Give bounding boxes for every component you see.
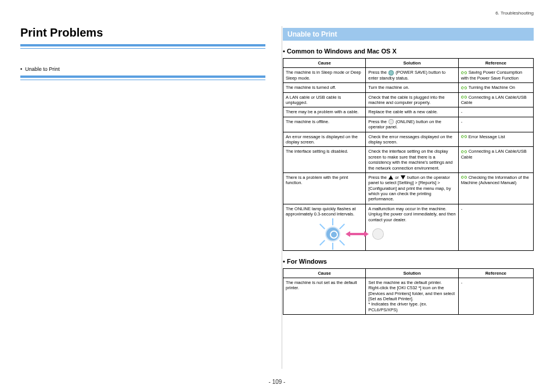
cell-reference: - <box>458 204 533 250</box>
reference-link[interactable]: Checking the Information of the Machine … <box>461 175 529 185</box>
link-icon <box>461 135 467 139</box>
cell-solution: Set the machine as the default printer.R… <box>366 278 458 314</box>
link-icon <box>461 150 467 154</box>
cell-reference: Error Message List <box>458 132 533 147</box>
cell-cause: A LAN cable or USB cable is unplugged. <box>283 92 366 107</box>
table-row: The machine is not set as the default pr… <box>283 278 534 314</box>
table-row: There is a problem with the print functi… <box>283 172 534 204</box>
reference-text: - <box>461 206 463 211</box>
power-button-icon <box>326 228 339 240</box>
cell-solution: A malfunction may occur in the machine. … <box>366 204 458 250</box>
online-icon <box>388 119 394 124</box>
reference-link[interactable]: Connecting a LAN Cable/USB Cable <box>461 95 527 105</box>
table-windows: Cause Solution Reference The machine is … <box>283 268 534 315</box>
title-rule-thick <box>20 44 265 46</box>
cell-cause: There is a problem with the print functi… <box>283 172 366 204</box>
cell-cause: The machine is in Sleep mode or Deep Sle… <box>283 68 366 83</box>
cell-reference: Checking the Information of the Machine … <box>458 172 533 204</box>
table-row: The machine is in Sleep mode or Deep Sle… <box>283 68 534 83</box>
cell-reference: Connecting a LAN Cable/USB Cable <box>458 147 533 173</box>
cell-cause: The ONLINE lamp quickly flashes at appro… <box>283 204 366 250</box>
th-reference: Reference <box>458 268 533 278</box>
cell-reference: - <box>458 107 533 117</box>
reference-link[interactable]: Error Message List <box>469 134 505 139</box>
column-divider <box>282 26 282 369</box>
cell-reference: Connecting a LAN Cable/USB Cable <box>458 92 533 107</box>
arrow-down-icon <box>401 175 405 179</box>
cell-solution: Press the (ONLINE) button on the operato… <box>366 117 458 132</box>
arrow-up-icon <box>388 175 393 179</box>
table-row: A LAN cable or USB cable is unplugged.Ch… <box>283 92 534 107</box>
th-cause: Cause <box>283 59 366 68</box>
subheading-windows: For Windows <box>283 258 534 265</box>
th-reference: Reference <box>458 59 533 68</box>
link-icon <box>461 86 467 90</box>
cell-cause: The machine is turned off. <box>283 83 366 92</box>
cell-cause: The interface setting is disabled. <box>283 147 366 173</box>
table-row: The ONLINE lamp quickly flashes at appro… <box>283 204 534 250</box>
table-row: An error message is displayed on the dis… <box>283 132 534 147</box>
online-lamp-icon <box>373 229 383 239</box>
cell-solution: Replace the cable with a new cable. <box>366 107 458 117</box>
section-heading-unable-to-print: Unable to Print <box>283 28 534 41</box>
cell-solution: Turn the machine on. <box>366 83 458 92</box>
table-row: There may be a problem with a cable.Repl… <box>283 107 534 117</box>
cell-reference: Turning the Machine On <box>458 83 533 92</box>
breadcrumb: 6. Troubleshooting <box>495 10 534 16</box>
table-common: Cause Solution Reference The machine is … <box>283 58 534 251</box>
page-title: Print Problems <box>20 26 265 39</box>
reference-link[interactable]: Turning the Machine On <box>469 85 515 90</box>
cell-reference: Saving Power Consumption with the Power … <box>458 68 533 83</box>
reference-text: - <box>461 280 463 285</box>
cell-reference: - <box>458 278 533 314</box>
reference-link[interactable]: Connecting a LAN Cable/USB Cable <box>461 149 527 159</box>
subheading-common: Common to Windows and Mac OS X <box>283 48 534 55</box>
cell-solution: Check the interface setting on the displ… <box>366 147 458 173</box>
reference-link[interactable]: Saving Power Consumption with the Power … <box>461 70 523 80</box>
toc: • Unable to Print <box>20 66 265 72</box>
th-solution: Solution <box>366 268 458 278</box>
cell-cause: The machine is not set as the default pr… <box>283 278 366 314</box>
cell-cause: An error message is displayed on the dis… <box>283 132 366 147</box>
double-arrow-icon <box>346 232 369 236</box>
table-row: The interface setting is disabled.Check … <box>283 147 534 173</box>
table-row: The machine is offline.Press the (ONLINE… <box>283 117 534 132</box>
toc-item-unable-to-print[interactable]: • Unable to Print <box>20 66 265 72</box>
th-cause: Cause <box>283 268 366 278</box>
cell-solution: Check that the cable is plugged into the… <box>366 92 458 107</box>
th-solution: Solution <box>366 59 458 68</box>
toc-item-label: Unable to Print <box>25 66 60 72</box>
online-lamp-diagram <box>286 220 363 249</box>
reference-text: - <box>461 119 463 124</box>
toc-rule-thick <box>20 75 265 78</box>
cell-cause: There may be a problem with a cable. <box>283 107 366 117</box>
reference-text: - <box>461 109 463 114</box>
link-icon <box>461 95 467 99</box>
cell-solution: Check the error messages displayed on th… <box>366 132 458 147</box>
table-row: The machine is turned off.Turn the machi… <box>283 83 534 92</box>
page-number: - 109 - <box>0 379 554 385</box>
power-save-icon <box>388 70 394 75</box>
title-rule-thin <box>20 48 265 49</box>
cell-solution: Press the or button on the operator pane… <box>366 172 458 204</box>
cell-cause: The machine is offline. <box>283 117 366 132</box>
cell-solution: Press the (POWER SAVE) button to enter s… <box>366 68 458 83</box>
cell-reference: - <box>458 117 533 132</box>
toc-rule-thin <box>20 80 265 80</box>
link-icon <box>461 175 467 179</box>
link-icon <box>461 71 467 75</box>
